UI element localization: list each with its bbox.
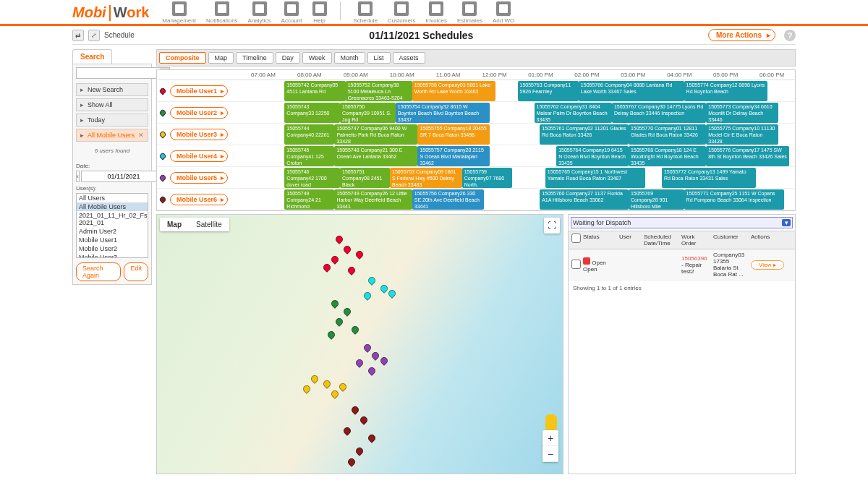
appointment[interactable]: 15055758 Company03 5801 Lake Worth Rd La… [412, 81, 495, 101]
sidebar-new-search[interactable]: ▸New Search [76, 83, 148, 96]
view-button[interactable]: View [751, 260, 784, 270]
appointment[interactable]: 15055749 Company26 12 Little Harbor Way … [334, 189, 412, 210]
user-select[interactable]: All UsersAll Mobile Users2021_01_11_Hr_0… [76, 193, 148, 258]
appointment[interactable]: 15055751 Company08 2451 Black [340, 168, 390, 188]
user-option[interactable]: Admin User2 [77, 227, 148, 236]
appointment[interactable]: 15055754 Company32 8615 W Boynton Beach … [396, 103, 490, 123]
map-pin-icon[interactable] [346, 265, 357, 275]
zoom-in-button[interactable]: + [542, 430, 558, 446]
tab-composite[interactable]: Composite [159, 52, 206, 64]
appointment[interactable]: 15055750 Company39 10951 S. Jog Rd [340, 103, 396, 123]
map-pin-icon[interactable] [322, 262, 332, 273]
map-pin-icon[interactable] [350, 325, 360, 335]
appointment[interactable]: 15055745 Company41 125 Croton [284, 146, 334, 166]
edit-button[interactable]: Edit [124, 262, 148, 281]
user-button[interactable]: Mobile User5 [170, 172, 228, 184]
map-pin-icon[interactable] [367, 366, 377, 376]
tab-month[interactable]: Month [334, 52, 365, 64]
map-pin-icon[interactable] [354, 358, 365, 368]
map-pin-icon[interactable] [330, 389, 340, 399]
search-again-button[interactable]: Search Again [76, 262, 121, 281]
more-actions-button[interactable]: More Actions [708, 29, 775, 41]
appointment[interactable]: 15055770 Company01 12811 Glades Rd Boca … [629, 124, 706, 145]
appointment[interactable]: 15055747 Company06 9400 W Palmetto Park … [334, 124, 417, 145]
help-icon[interactable]: ? [784, 30, 796, 41]
date-input[interactable] [81, 171, 166, 182]
user-option[interactable]: All Mobile Users [77, 202, 148, 211]
appointment[interactable]: 15055761 Company02 11201 Glades Rd Boca … [540, 124, 629, 145]
search-input[interactable] [76, 67, 161, 79]
appointment[interactable]: 15055775 Company10 11130 Model Cir E Boc… [706, 124, 778, 145]
user-button[interactable]: Mobile User1 [170, 85, 228, 97]
tab-week[interactable]: Week [302, 52, 332, 64]
map-pin-icon[interactable] [330, 299, 340, 309]
user-button[interactable]: Mobile User6 [170, 194, 228, 205]
map-pin-icon[interactable] [354, 249, 365, 260]
map-pin-icon[interactable] [358, 415, 368, 425]
appointment[interactable]: 15055749 Company24 21 Richmond [284, 189, 334, 210]
sidebar-today[interactable]: ▸Today [76, 114, 148, 127]
user-option[interactable]: Mobile User1 [77, 236, 148, 244]
nav-estimates[interactable]: Estimates [457, 1, 482, 24]
appointment[interactable]: 15055755 Company18 20455 SR 7 Boca Raton… [417, 124, 490, 145]
expand-icon[interactable]: ⤢ [88, 30, 100, 41]
nav-schedule[interactable]: Schedule [354, 1, 378, 24]
date-prev-button[interactable]: ‹ [76, 171, 80, 182]
map-pin-icon[interactable] [302, 384, 312, 394]
map-pin-icon[interactable] [378, 283, 388, 294]
nav-help[interactable]: Help [312, 1, 327, 24]
appointment[interactable]: 15055760 Company27 1137 Florida A1A Hill… [540, 189, 629, 210]
appointment[interactable]: 15055742 Company05 4511 Lantana Rd [284, 81, 345, 101]
tab-list[interactable]: List [367, 52, 391, 64]
map-type-map[interactable]: Map [160, 218, 189, 231]
nav-account[interactable]: Account [281, 1, 302, 24]
appointment[interactable]: 15055748 Company21 300 E Ocean Ave Lanta… [334, 146, 417, 166]
user-button[interactable]: Mobile User2 [170, 107, 228, 119]
appointment[interactable]: 15055768 Company18 124 E Woolbright Rd B… [629, 146, 706, 166]
nav-invoices[interactable]: Invoices [426, 1, 447, 24]
map-pin-icon[interactable] [362, 291, 373, 301]
user-button[interactable]: Mobile User3 [170, 129, 228, 140]
dispatch-row[interactable]: OpenOpen 15056396- Repair test2 Company0… [569, 249, 795, 281]
map-pin-icon[interactable] [310, 374, 320, 384]
nav-add wo[interactable]: Add WO [493, 1, 514, 24]
appointment[interactable]: 15055746 Company42 1700 dover road [284, 168, 340, 188]
work-order-link[interactable]: 15056396 [681, 255, 707, 262]
user-option[interactable]: 2021_01_11_Hr_02_Fs 2021_01 [77, 211, 148, 227]
sidebar-show-all[interactable]: ▸Show All [76, 98, 148, 111]
map-pin-icon[interactable] [342, 425, 352, 435]
appointment[interactable]: 15055759 Company07 7680 North. [462, 168, 512, 188]
appointment[interactable]: 15055776 Company17 1475 SW 8th St Boynto… [706, 146, 789, 166]
appointment[interactable]: 15055771 Company25 1151 W Copans Rd Pomp… [684, 189, 784, 210]
appointment[interactable]: 15055756 Company26 330 SE 20th Ave Deerf… [412, 189, 485, 210]
map-pin-icon[interactable] [334, 317, 344, 327]
close-icon[interactable]: ✕ [138, 132, 144, 139]
nav-customers[interactable]: Customers [388, 1, 416, 24]
map-pin-icon[interactable] [326, 330, 336, 340]
appointment[interactable]: 15055769 Company28 901 Hillsboro Mile [629, 189, 684, 210]
appointment[interactable]: 15055764 Company19 6415 N Ocean Blvd Boy… [556, 146, 629, 166]
appointment[interactable]: 15055765 Company15 1 Northwest Yamato Ro… [545, 168, 645, 188]
appointment[interactable]: 15055763 Company11 5926 Fearnley [518, 81, 579, 101]
map-pin-icon[interactable] [338, 382, 348, 392]
map-pin-icon[interactable] [350, 405, 360, 415]
map-pin-icon[interactable] [334, 234, 344, 244]
map-pin-icon[interactable] [322, 379, 332, 389]
appointment[interactable]: 15055757 Company20 2115 S Ocean Blvd Man… [417, 146, 490, 166]
map-pin-icon[interactable] [367, 433, 377, 443]
appointment[interactable]: 15055744 Company40 22261 [284, 124, 334, 145]
pegman-icon[interactable] [545, 414, 557, 430]
tab-search[interactable]: Search [72, 49, 112, 64]
map-pin-icon[interactable] [342, 244, 352, 254]
toggle-sidebar-icon[interactable]: ⇄ [72, 30, 84, 41]
map-pin-icon[interactable] [387, 288, 397, 299]
map[interactable]: Map Satellite ⛶ + − [156, 214, 563, 474]
dispatch-filter-select[interactable]: Waiting for Dispatch▾ [571, 217, 793, 228]
tab-assets[interactable]: Assets [393, 52, 425, 64]
map-type-satellite[interactable]: Satellite [189, 218, 229, 231]
appointment[interactable]: 15055752 Company38 5100 Melaleuca Ln Gre… [346, 81, 412, 101]
nav-notifications[interactable]: Notifications [206, 1, 238, 24]
map-pin-icon[interactable] [378, 356, 388, 366]
tab-day[interactable]: Day [276, 52, 300, 64]
appointment[interactable]: 15055773 Company34 6610 Moonlit Dr Delra… [706, 103, 778, 123]
